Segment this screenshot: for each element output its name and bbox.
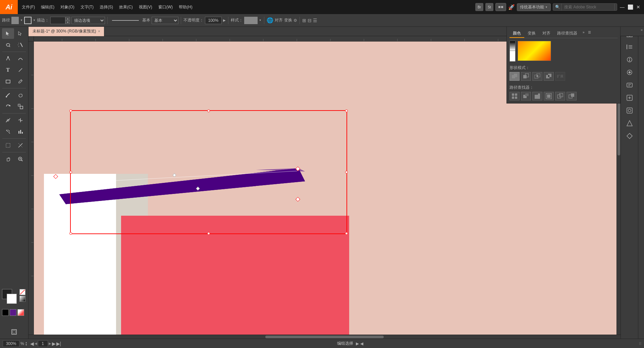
handle-tr[interactable]	[345, 110, 348, 112]
zoom-input[interactable]	[3, 340, 19, 347]
tab-close-button[interactable]: ×	[98, 29, 100, 33]
props-tab-transform[interactable]: 变换	[524, 29, 539, 38]
nav-next-btn[interactable]: ▶	[52, 341, 56, 346]
nav-prev-btn[interactable]: ◀	[30, 341, 34, 346]
opacity-input[interactable]	[205, 17, 222, 24]
props-tab-list[interactable]: ☰	[587, 29, 592, 38]
stroke-down-arrow[interactable]: ▼	[65, 20, 70, 24]
shape-exclude-btn[interactable]	[544, 72, 554, 81]
shape-intersect-btn[interactable]	[532, 72, 542, 81]
right-panel-btn-7[interactable]	[623, 105, 636, 117]
status-back-btn[interactable]: ◀	[360, 341, 363, 346]
props-tab-align[interactable]: 对齐	[539, 29, 554, 38]
horizontal-scrollbar[interactable]	[29, 335, 621, 339]
column-graph-tool[interactable]	[14, 126, 26, 137]
menu-edit[interactable]: 编辑(E)	[38, 3, 57, 11]
gradient-swatch[interactable]	[19, 296, 25, 302]
width-tool[interactable]	[14, 115, 26, 126]
zoom-down-btn[interactable]: ▲	[25, 341, 28, 344]
maximize-button[interactable]: ⬜	[627, 4, 633, 10]
menu-view[interactable]: 视图(V)	[136, 3, 155, 11]
stock-icon[interactable]: St	[485, 3, 493, 11]
zoom-up-btn[interactable]: ▼	[25, 344, 28, 346]
page-input[interactable]	[38, 340, 48, 347]
scale-tool[interactable]	[14, 101, 26, 112]
handle-rm[interactable]	[345, 171, 348, 173]
menu-object[interactable]: 对象(O)	[58, 3, 77, 11]
warp-tool[interactable]	[2, 115, 14, 126]
type-tool[interactable]: T	[2, 65, 14, 75]
stroke-dropdown-arrow[interactable]: ▼	[33, 19, 36, 22]
select-tool[interactable]	[2, 28, 14, 39]
artboard-tool[interactable]	[2, 140, 14, 151]
black-color[interactable]	[2, 309, 9, 316]
nav-last-btn[interactable]: ▶|	[56, 341, 61, 346]
props-tab-more[interactable]: »	[581, 29, 587, 38]
color-mode-icon[interactable]: 🌐	[267, 17, 273, 23]
blob-brush-tool[interactable]	[14, 90, 26, 100]
workspace-switcher[interactable]	[495, 3, 506, 11]
panel-toggle-1[interactable]: ⊞	[302, 18, 306, 23]
stroke-up-arrow[interactable]: ▲	[65, 17, 70, 20]
menu-type[interactable]: 文字(T)	[78, 3, 96, 11]
shape-minus-front-btn[interactable]	[521, 72, 531, 81]
purple-color[interactable]	[10, 309, 16, 316]
fill-color-swatch[interactable]	[11, 17, 19, 24]
props-tab-color[interactable]: 颜色	[509, 29, 524, 38]
lasso-tool[interactable]	[2, 40, 14, 50]
style-swatch[interactable]	[244, 17, 258, 24]
color-spectrum-gradient[interactable]	[518, 41, 551, 61]
search-input[interactable]	[561, 3, 615, 11]
bw-gradient-swatch[interactable]	[509, 41, 516, 51]
right-panel-btn-5[interactable]	[623, 79, 636, 91]
direct-select-tool[interactable]	[14, 28, 26, 39]
magic-wand-tool[interactable]	[14, 40, 26, 50]
right-panel-btn-4[interactable]	[623, 66, 636, 78]
right-panel-btn-8[interactable]	[623, 117, 636, 129]
fill-dropdown-arrow[interactable]: ▼	[20, 19, 23, 22]
curvature-tool[interactable]	[14, 53, 26, 64]
menu-window[interactable]: 窗口(W)	[156, 3, 175, 11]
line-segment-tool[interactable]	[14, 65, 26, 75]
bridge-icon[interactable]: Br	[475, 3, 483, 11]
pathfinder-crop-btn[interactable]	[544, 92, 554, 100]
right-panel-btn-2[interactable]	[623, 41, 636, 53]
paintbrush-tool[interactable]	[2, 90, 14, 100]
props-tab-pathfinder[interactable]: 路径查找器	[554, 29, 581, 38]
pathfinder-divide-btn[interactable]	[509, 92, 520, 100]
menu-effect[interactable]: 效果(C)	[116, 3, 136, 11]
slice-tool[interactable]	[14, 140, 26, 151]
shape-unite-btn[interactable]	[509, 72, 520, 81]
right-panel-btn-9[interactable]	[623, 130, 636, 142]
edit-in-isolation-btn[interactable]	[9, 327, 19, 337]
pathfinder-trim-btn[interactable]	[521, 92, 531, 100]
workspace-label[interactable]: 传统基本功能 ▼	[517, 3, 551, 11]
right-panel-btn-3[interactable]	[623, 54, 636, 66]
white-swatch[interactable]	[509, 51, 516, 62]
transform-more-icon[interactable]: ⚙	[293, 18, 297, 23]
h-scroll-thumb[interactable]	[265, 336, 384, 338]
hand-tool[interactable]	[2, 154, 14, 164]
stroke-square[interactable]	[7, 294, 17, 304]
shape-expand-btn[interactable]: 扩展	[555, 72, 565, 81]
close-button[interactable]: ✕	[635, 4, 641, 10]
none-swatch[interactable]	[19, 289, 25, 295]
panel-toggle-2[interactable]: ⊟	[308, 18, 312, 23]
rectangle-tool[interactable]	[2, 76, 14, 87]
pencil-tool[interactable]	[14, 76, 26, 87]
share-icon[interactable]: 🚀	[508, 4, 515, 10]
menu-help[interactable]: 帮助(H)	[176, 3, 195, 11]
style-dropdown-arrow[interactable]: ▼	[259, 19, 262, 22]
stroke-icon[interactable]	[24, 17, 32, 24]
right-panel-btn-6[interactable]	[623, 92, 636, 104]
zoom-tool[interactable]	[14, 154, 26, 164]
pen-tool[interactable]	[2, 53, 14, 64]
mixed-color[interactable]	[17, 309, 24, 316]
pathfinder-merge-btn[interactable]	[532, 92, 542, 100]
panel-toggle-3[interactable]: ☰	[313, 18, 317, 23]
base-select[interactable]: 基本	[152, 17, 178, 24]
active-document-tab[interactable]: 未标题-1* @ 300% (RGB/像素预览) ×	[29, 27, 104, 36]
stroke-style-select[interactable]: 描边选项	[71, 17, 105, 24]
v-scroll-thumb[interactable]	[618, 96, 620, 155]
pathfinder-minus-back-btn[interactable]	[567, 92, 577, 100]
